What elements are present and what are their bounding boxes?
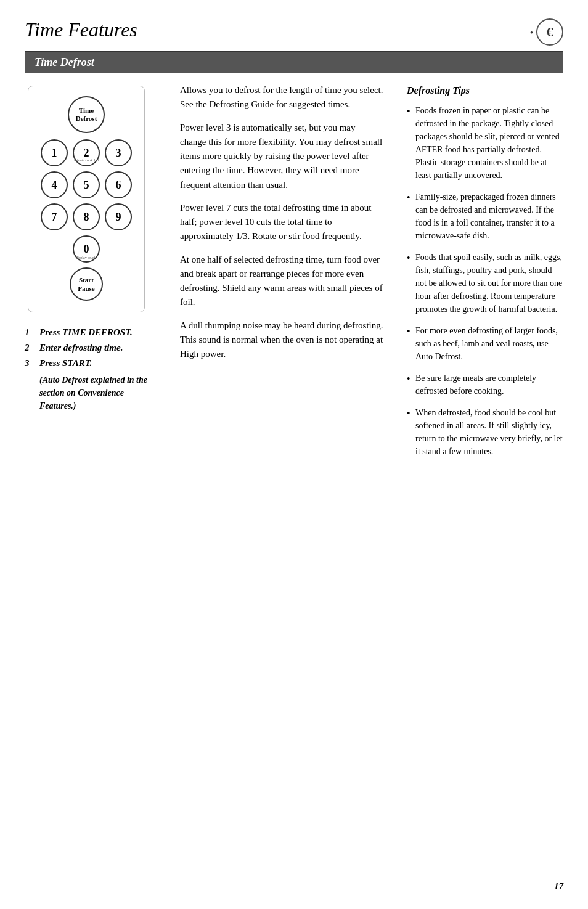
header-icon-symbol: €: [547, 24, 553, 40]
key-2-subtext: minute cook 1-6: [74, 158, 98, 162]
step-2: 2 Enter defrosting time.: [25, 343, 156, 353]
tip-2: Family-size, prepackaged frozen dinners …: [407, 190, 563, 242]
steps-list: 1 Press TIME DEFROST. 2 Enter defrosting…: [25, 327, 156, 369]
middle-column: Allows you to defrost for the length of …: [166, 73, 397, 479]
key-0[interactable]: 0 display on/off: [73, 235, 100, 263]
keypad-row-123: 1 2 minute cook 1-6 3: [37, 139, 136, 166]
right-column: Defrosting Tips Foods frozen in paper or…: [397, 73, 563, 479]
middle-para-3: Power level 7 cuts the total defrosting …: [180, 201, 383, 244]
page: Time Features € Time Defrost TimeDefrost…: [0, 0, 588, 909]
middle-para-4: At one half of selected defrosting time,…: [180, 253, 383, 310]
left-column: TimeDefrost 1 2 minute cook 1-6 3 4 5: [25, 73, 166, 479]
time-defrost-button[interactable]: TimeDefrost: [68, 96, 105, 133]
step-1-number: 1: [25, 327, 36, 338]
key-6[interactable]: 6: [105, 171, 132, 198]
middle-para-5: A dull thumping noise may be heard durin…: [180, 319, 383, 362]
middle-para-1: Allows you to defrost for the length of …: [180, 83, 383, 112]
key-7[interactable]: 7: [41, 203, 68, 230]
key-4[interactable]: 4: [41, 171, 68, 198]
tip-1: Foods frozen in paper or plastic can be …: [407, 104, 563, 182]
tip-6: When defrosted, food should be cool but …: [407, 406, 563, 458]
tips-title: Defrosting Tips: [407, 83, 563, 98]
step-3: 3 Press START.: [25, 358, 156, 369]
section-title: Time Defrost: [25, 52, 563, 73]
keypad-row-789: 7 8 9: [37, 203, 136, 230]
tips-list: Foods frozen in paper or plastic can be …: [407, 104, 563, 458]
header-icon: €: [536, 18, 563, 46]
step-note: (Auto Defrost explained in the section o…: [39, 373, 156, 412]
tip-4: For more even defrosting of larger foods…: [407, 324, 563, 363]
key-9[interactable]: 9: [105, 203, 132, 230]
time-defrost-label: TimeDefrost: [76, 107, 97, 123]
step-2-number: 2: [25, 343, 36, 353]
key-0-subtext: display on/off: [76, 256, 96, 259]
step-3-label: Press START.: [39, 358, 92, 369]
key-2[interactable]: 2 minute cook 1-6: [73, 139, 100, 166]
key-3[interactable]: 3: [105, 139, 132, 166]
page-number: 17: [554, 881, 563, 892]
keypad-start-row: StartPause: [37, 267, 136, 301]
page-header: Time Features €: [25, 18, 563, 52]
tip-5: Be sure large meats are completely defro…: [407, 372, 563, 397]
keypad-row-0: 0 display on/off: [37, 235, 136, 263]
step-3-number: 3: [25, 358, 36, 369]
start-pause-label: StartPause: [78, 275, 95, 293]
step-1: 1 Press TIME DEFROST.: [25, 327, 156, 338]
key-8[interactable]: 8: [73, 203, 100, 230]
key-1[interactable]: 1: [41, 139, 68, 166]
main-content: TimeDefrost 1 2 minute cook 1-6 3 4 5: [25, 73, 563, 479]
step-1-label: Press TIME DEFROST.: [39, 327, 133, 338]
middle-para-2: Power level 3 is automatically set, but …: [180, 121, 383, 192]
start-pause-button[interactable]: StartPause: [70, 267, 103, 301]
tip-3: Foods that spoil easily, such as milk, e…: [407, 251, 563, 316]
time-defrost-btn-row: TimeDefrost: [37, 96, 136, 133]
page-title: Time Features: [25, 18, 137, 41]
key-5[interactable]: 5: [73, 171, 100, 198]
keypad: TimeDefrost 1 2 minute cook 1-6 3 4 5: [28, 86, 145, 312]
keypad-row-456: 4 5 6: [37, 171, 136, 198]
step-2-label: Enter defrosting time.: [39, 343, 123, 353]
